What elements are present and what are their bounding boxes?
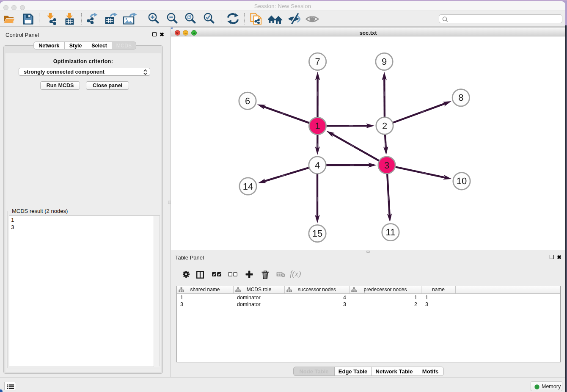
svg-text:8: 8 — [458, 92, 463, 103]
svg-text:3: 3 — [384, 160, 389, 171]
svg-text:2: 2 — [382, 121, 387, 131]
svg-text:9: 9 — [382, 56, 387, 67]
svg-text:7: 7 — [315, 56, 320, 67]
svg-text:4: 4 — [315, 160, 320, 171]
svg-text:14: 14 — [243, 181, 253, 192]
svg-text:6: 6 — [245, 96, 250, 106]
svg-text:15: 15 — [312, 228, 322, 239]
svg-text:1: 1 — [315, 121, 320, 131]
svg-text:11: 11 — [386, 227, 396, 237]
svg-text:10: 10 — [457, 176, 467, 186]
